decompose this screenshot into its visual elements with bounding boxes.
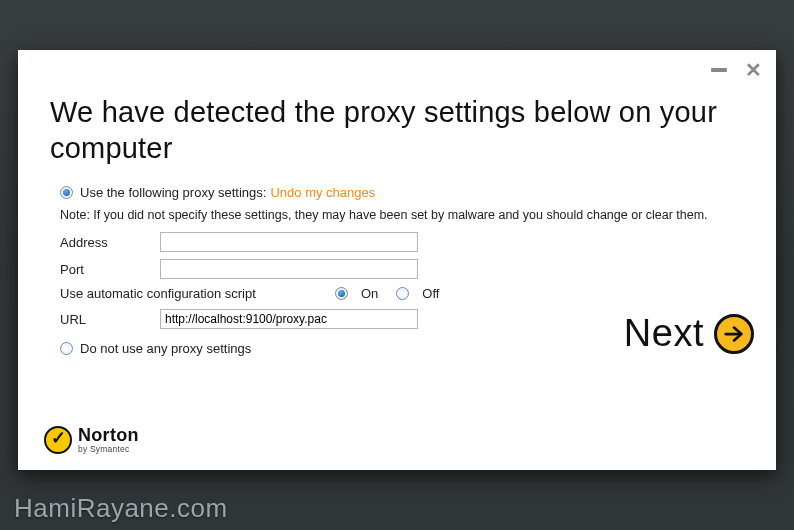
next-button-label: Next: [624, 312, 704, 355]
use-proxy-option[interactable]: Use the following proxy settings: Undo m…: [60, 185, 744, 200]
logo-subtext: by Symantec: [78, 445, 139, 454]
url-label: URL: [60, 312, 160, 327]
auto-script-row: Use automatic configuration script On Of…: [60, 286, 744, 301]
titlebar-controls: ✕: [711, 60, 762, 80]
auto-script-off-radio[interactable]: [396, 287, 409, 300]
page-title: We have detected the proxy settings belo…: [50, 94, 744, 167]
url-input[interactable]: [160, 309, 418, 329]
minimize-icon[interactable]: [711, 68, 727, 72]
logo-brand-text: Norton: [78, 426, 139, 444]
settings-note: Note: If you did not specify these setti…: [60, 208, 744, 222]
checkmark-icon: [44, 426, 72, 454]
address-input[interactable]: [160, 232, 418, 252]
no-proxy-label: Do not use any proxy settings: [80, 341, 251, 356]
undo-changes-link[interactable]: Undo my changes: [270, 185, 375, 200]
app-backdrop: ✕ We have detected the proxy settings be…: [0, 0, 794, 530]
use-proxy-label: Use the following proxy settings:: [80, 185, 266, 200]
port-label: Port: [60, 262, 160, 277]
port-row: Port: [60, 259, 744, 279]
watermark-text: HamiRayane.com: [14, 493, 228, 524]
close-icon[interactable]: ✕: [745, 60, 762, 80]
auto-script-label: Use automatic configuration script: [60, 286, 335, 301]
address-row: Address: [60, 232, 744, 252]
arrow-right-icon: [714, 314, 754, 354]
auto-script-on-label: On: [361, 286, 378, 301]
no-proxy-radio[interactable]: [60, 342, 73, 355]
next-button[interactable]: Next: [624, 312, 754, 355]
address-label: Address: [60, 235, 160, 250]
use-proxy-radio[interactable]: [60, 186, 73, 199]
port-input[interactable]: [160, 259, 418, 279]
auto-script-off-label: Off: [422, 286, 439, 301]
dialog-window: ✕ We have detected the proxy settings be…: [18, 50, 776, 470]
brand-logo: Norton by Symantec: [44, 426, 139, 454]
auto-script-on-radio[interactable]: [335, 287, 348, 300]
